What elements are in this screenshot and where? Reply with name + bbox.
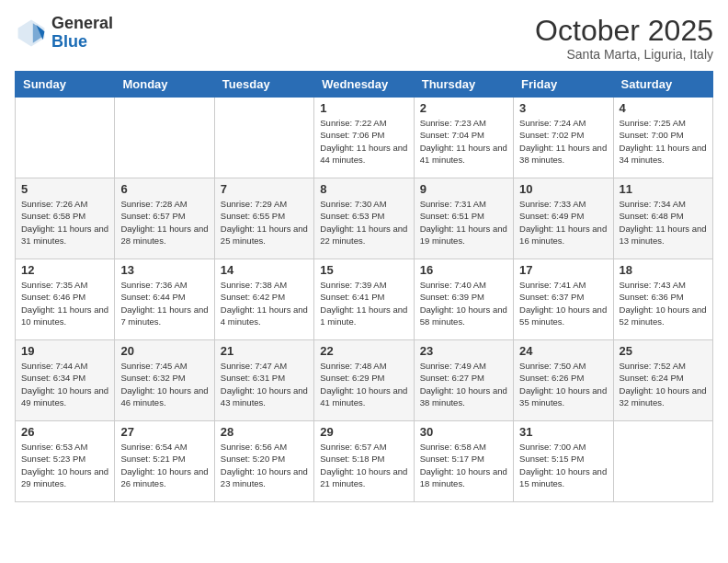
- day-info: Sunrise: 6:53 AM Sunset: 5:23 PM Dayligh…: [21, 441, 108, 489]
- day-info: Sunrise: 6:58 AM Sunset: 5:17 PM Dayligh…: [420, 441, 507, 489]
- calendar-cell: [613, 421, 712, 502]
- day-number: 7: [221, 182, 308, 196]
- logo: General Blue: [15, 15, 113, 52]
- calendar-cell: 13Sunrise: 7:36 AM Sunset: 6:44 PM Dayli…: [115, 259, 214, 340]
- day-info: Sunrise: 7:44 AM Sunset: 6:34 PM Dayligh…: [21, 360, 108, 408]
- day-number: 4: [620, 101, 707, 115]
- day-info: Sunrise: 7:52 AM Sunset: 6:24 PM Dayligh…: [620, 360, 707, 408]
- calendar-cell: 8Sunrise: 7:30 AM Sunset: 6:53 PM Daylig…: [314, 178, 414, 259]
- day-number: 3: [519, 101, 607, 115]
- calendar-cell: 1Sunrise: 7:22 AM Sunset: 7:06 PM Daylig…: [314, 98, 414, 178]
- weekday-header-friday: Friday: [514, 72, 613, 98]
- calendar-cell: 14Sunrise: 7:38 AM Sunset: 6:42 PM Dayli…: [214, 259, 313, 340]
- day-number: 16: [420, 263, 507, 277]
- day-info: Sunrise: 7:33 AM Sunset: 6:49 PM Dayligh…: [519, 198, 607, 247]
- day-info: Sunrise: 7:39 AM Sunset: 6:41 PM Dayligh…: [320, 279, 407, 327]
- day-number: 29: [320, 425, 407, 439]
- day-info: Sunrise: 7:48 AM Sunset: 6:29 PM Dayligh…: [320, 360, 407, 408]
- day-number: 30: [420, 425, 507, 439]
- day-info: Sunrise: 7:40 AM Sunset: 6:39 PM Dayligh…: [420, 279, 507, 327]
- calendar-cell: 2Sunrise: 7:23 AM Sunset: 7:04 PM Daylig…: [414, 98, 513, 178]
- day-info: Sunrise: 7:30 AM Sunset: 6:53 PM Dayligh…: [320, 198, 407, 247]
- calendar-cell: 21Sunrise: 7:47 AM Sunset: 6:31 PM Dayli…: [214, 340, 313, 421]
- logo-icon: [15, 17, 48, 50]
- calendar-cell: [16, 98, 115, 178]
- day-info: Sunrise: 7:00 AM Sunset: 5:15 PM Dayligh…: [519, 441, 607, 489]
- day-info: Sunrise: 7:41 AM Sunset: 6:37 PM Dayligh…: [519, 279, 607, 327]
- calendar-cell: 11Sunrise: 7:34 AM Sunset: 6:48 PM Dayli…: [613, 178, 712, 259]
- day-number: 27: [120, 425, 208, 439]
- day-info: Sunrise: 7:47 AM Sunset: 6:31 PM Dayligh…: [221, 360, 308, 408]
- weekday-header-tuesday: Tuesday: [214, 72, 313, 98]
- day-info: Sunrise: 7:31 AM Sunset: 6:51 PM Dayligh…: [420, 198, 507, 247]
- calendar-cell: 23Sunrise: 7:49 AM Sunset: 6:27 PM Dayli…: [414, 340, 513, 421]
- day-number: 14: [221, 263, 308, 277]
- day-number: 31: [519, 425, 607, 439]
- calendar-cell: 10Sunrise: 7:33 AM Sunset: 6:49 PM Dayli…: [514, 178, 613, 259]
- day-info: Sunrise: 7:36 AM Sunset: 6:44 PM Dayligh…: [120, 279, 208, 327]
- calendar-cell: 25Sunrise: 7:52 AM Sunset: 6:24 PM Dayli…: [613, 340, 712, 421]
- weekday-header-thursday: Thursday: [414, 72, 513, 98]
- day-number: 5: [21, 182, 108, 196]
- day-info: Sunrise: 7:45 AM Sunset: 6:32 PM Dayligh…: [120, 360, 208, 408]
- calendar-cell: 19Sunrise: 7:44 AM Sunset: 6:34 PM Dayli…: [16, 340, 115, 421]
- calendar-cell: 28Sunrise: 6:56 AM Sunset: 5:20 PM Dayli…: [214, 421, 313, 502]
- calendar-cell: 29Sunrise: 6:57 AM Sunset: 5:18 PM Dayli…: [314, 421, 414, 502]
- title-block: October 2025 Santa Marta, Liguria, Italy: [535, 15, 713, 62]
- day-info: Sunrise: 7:34 AM Sunset: 6:48 PM Dayligh…: [620, 198, 707, 247]
- day-info: Sunrise: 7:50 AM Sunset: 6:26 PM Dayligh…: [519, 360, 607, 408]
- calendar-header-row: SundayMondayTuesdayWednesdayThursdayFrid…: [16, 72, 713, 98]
- month-title: October 2025: [535, 15, 713, 47]
- day-number: 11: [620, 182, 707, 196]
- calendar-cell: 9Sunrise: 7:31 AM Sunset: 6:51 PM Daylig…: [414, 178, 513, 259]
- day-info: Sunrise: 7:38 AM Sunset: 6:42 PM Dayligh…: [221, 279, 308, 327]
- day-number: 2: [420, 101, 507, 115]
- calendar-week-row: 1Sunrise: 7:22 AM Sunset: 7:06 PM Daylig…: [16, 98, 713, 178]
- day-number: 20: [120, 344, 208, 358]
- day-info: Sunrise: 7:25 AM Sunset: 7:00 PM Dayligh…: [620, 117, 707, 166]
- calendar-cell: 24Sunrise: 7:50 AM Sunset: 6:26 PM Dayli…: [514, 340, 613, 421]
- calendar-cell: 3Sunrise: 7:24 AM Sunset: 7:02 PM Daylig…: [514, 98, 613, 178]
- day-info: Sunrise: 7:28 AM Sunset: 6:57 PM Dayligh…: [120, 198, 208, 247]
- day-number: 26: [21, 425, 108, 439]
- calendar-cell: 22Sunrise: 7:48 AM Sunset: 6:29 PM Dayli…: [314, 340, 414, 421]
- calendar-cell: 26Sunrise: 6:53 AM Sunset: 5:23 PM Dayli…: [16, 421, 115, 502]
- day-number: 23: [420, 344, 507, 358]
- calendar-cell: 7Sunrise: 7:29 AM Sunset: 6:55 PM Daylig…: [214, 178, 313, 259]
- calendar-cell: 16Sunrise: 7:40 AM Sunset: 6:39 PM Dayli…: [414, 259, 513, 340]
- weekday-header-wednesday: Wednesday: [314, 72, 414, 98]
- day-number: 17: [519, 263, 607, 277]
- calendar-cell: 4Sunrise: 7:25 AM Sunset: 7:00 PM Daylig…: [613, 98, 712, 178]
- calendar-cell: 6Sunrise: 7:28 AM Sunset: 6:57 PM Daylig…: [115, 178, 214, 259]
- calendar-cell: 27Sunrise: 6:54 AM Sunset: 5:21 PM Dayli…: [115, 421, 214, 502]
- day-info: Sunrise: 7:35 AM Sunset: 6:46 PM Dayligh…: [21, 279, 108, 327]
- weekday-header-sunday: Sunday: [16, 72, 115, 98]
- calendar-cell: 30Sunrise: 6:58 AM Sunset: 5:17 PM Dayli…: [414, 421, 513, 502]
- day-number: 21: [221, 344, 308, 358]
- calendar-week-row: 26Sunrise: 6:53 AM Sunset: 5:23 PM Dayli…: [16, 421, 713, 502]
- calendar-table: SundayMondayTuesdayWednesdayThursdayFrid…: [15, 71, 713, 502]
- logo-text: General Blue: [51, 15, 113, 52]
- calendar-cell: 20Sunrise: 7:45 AM Sunset: 6:32 PM Dayli…: [115, 340, 214, 421]
- weekday-header-saturday: Saturday: [613, 72, 712, 98]
- calendar-cell: 31Sunrise: 7:00 AM Sunset: 5:15 PM Dayli…: [514, 421, 613, 502]
- day-number: 19: [21, 344, 108, 358]
- location-subtitle: Santa Marta, Liguria, Italy: [535, 47, 713, 62]
- day-info: Sunrise: 7:22 AM Sunset: 7:06 PM Dayligh…: [320, 117, 407, 166]
- day-number: 12: [21, 263, 108, 277]
- day-info: Sunrise: 7:43 AM Sunset: 6:36 PM Dayligh…: [620, 279, 707, 327]
- day-info: Sunrise: 6:54 AM Sunset: 5:21 PM Dayligh…: [120, 441, 208, 489]
- day-info: Sunrise: 6:56 AM Sunset: 5:20 PM Dayligh…: [221, 441, 308, 489]
- day-number: 28: [221, 425, 308, 439]
- day-number: 25: [620, 344, 707, 358]
- day-number: 13: [120, 263, 208, 277]
- day-info: Sunrise: 7:24 AM Sunset: 7:02 PM Dayligh…: [519, 117, 607, 166]
- day-number: 1: [320, 101, 407, 115]
- day-info: Sunrise: 7:29 AM Sunset: 6:55 PM Dayligh…: [221, 198, 308, 247]
- page-header: General Blue October 2025 Santa Marta, L…: [15, 15, 713, 62]
- logo-blue-text: Blue: [51, 33, 113, 52]
- day-number: 10: [519, 182, 607, 196]
- day-number: 18: [620, 263, 707, 277]
- calendar-cell: 17Sunrise: 7:41 AM Sunset: 6:37 PM Dayli…: [514, 259, 613, 340]
- day-number: 9: [420, 182, 507, 196]
